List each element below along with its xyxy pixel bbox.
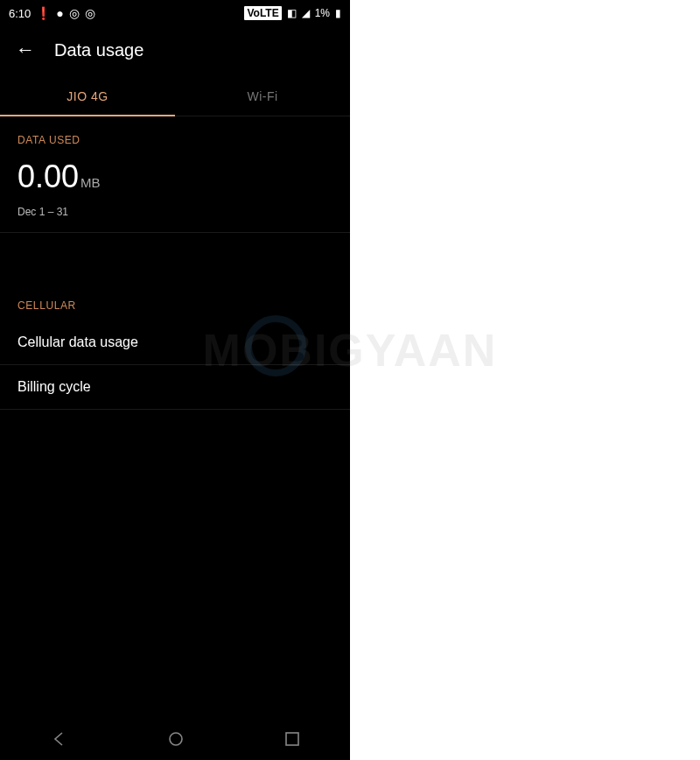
item-billing-cycle[interactable]: Billing cycle — [0, 365, 350, 410]
section-header-data-used: DATA USED — [0, 116, 350, 155]
battery-icon: ▮ — [335, 7, 341, 19]
data-used-block[interactable]: 0.00 MB Dec 1 – 31 — [0, 155, 350, 233]
item-cellular-data-usage[interactable]: Cellular data usage — [0, 320, 350, 365]
section-header-cellular: CELLULAR — [0, 282, 350, 320]
signal-icon: ◢ — [302, 7, 310, 19]
volte-badge: VoLTE — [244, 6, 281, 20]
back-arrow-icon[interactable]: ← — [16, 39, 35, 61]
battery-pct: 1% — [315, 7, 330, 19]
battery-alert-icon: ❗ — [36, 6, 51, 20]
nav-recent-icon[interactable] — [284, 731, 300, 747]
app-bar: ← Data usage — [0, 26, 350, 77]
screen-data-usage: 6:10 ❗ ● ◎ ◎ VoLTE ◧ ◢ 1% ▮ ← Data usage… — [0, 0, 350, 760]
vibrate-icon: ◧ — [287, 7, 297, 19]
status-time: 6:10 — [9, 7, 31, 20]
instagram-icon: ◎ — [69, 6, 80, 20]
data-used-range: Dec 1 – 31 — [18, 206, 332, 218]
tab-wifi[interactable]: Wi-Fi — [175, 77, 350, 116]
spotify-icon: ● — [56, 6, 63, 20]
page-title: Data usage — [54, 40, 144, 60]
tab-jio-4g[interactable]: JIO 4G — [0, 77, 175, 116]
nav-back-icon[interactable] — [50, 730, 67, 748]
data-used-value: 0.00 — [18, 158, 79, 195]
status-bar: 6:10 ❗ ● ◎ ◎ VoLTE ◧ ◢ 1% ▮ — [0, 0, 350, 26]
data-used-unit: MB — [80, 175, 101, 190]
tabs: JIO 4G Wi-Fi — [0, 77, 350, 116]
svg-rect-1 — [286, 733, 298, 745]
svg-point-0 — [170, 733, 182, 745]
nav-bar — [0, 718, 350, 760]
nav-home-icon[interactable] — [167, 730, 185, 748]
instagram-icon: ◎ — [85, 6, 95, 20]
